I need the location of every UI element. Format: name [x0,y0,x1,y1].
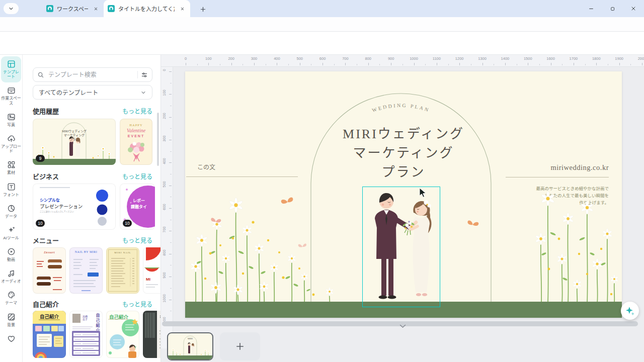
flowers-left[interactable] [188,192,354,303]
template-icon [7,60,16,68]
sidebar-item-template[interactable]: テンプレート [1,56,21,82]
sidebar-item-data[interactable]: データ [0,201,22,222]
panel-scrollbar[interactable] [157,113,159,166]
template-thumb-wedding[interactable]: MIRIウェディング マーケティング プラン 9 [33,119,116,165]
valentine-line2: Valentine [120,128,152,133]
sidebar-item-photos[interactable]: 写真 [0,109,22,131]
tab-close-button[interactable] [178,5,186,13]
deco-line [40,187,70,188]
report-line1: レポー [133,198,145,203]
selection-box[interactable] [362,187,440,307]
close-icon [630,6,636,12]
ruler-tick-minor [220,64,220,65]
ruler-label: 0 [180,56,192,61]
plus-icon [235,342,245,351]
ruler-tick [482,63,483,65]
filter-icon[interactable] [141,71,148,78]
ruler-tick-minor [243,64,243,65]
template-thumb-intro3[interactable]: 自己紹介 [106,311,139,358]
butterfly-icon[interactable] [466,218,480,229]
window-close-button[interactable] [623,0,644,17]
template-thumb-valentine[interactable]: HAPPY Valentine EVENT [120,119,152,165]
ruler-tick-minor [266,64,266,65]
ruler-tick-minor [494,64,494,65]
sidebar-item-label: オーディオ [1,279,21,284]
design-title[interactable]: MIRIウェディング マーケティング プラン [185,125,622,182]
page-thumbnail-1[interactable]: MIRI [167,332,213,360]
tab-close-button[interactable] [92,5,100,13]
add-page-button[interactable] [220,332,260,360]
template-category-dropdown[interactable]: すべてのテンプレート [33,85,152,100]
sidebar-item-font[interactable]: フォント [0,179,22,201]
design-page[interactable]: WEDDING PLAN MIRIウェディング マーケティング プラン この文 … [185,71,622,318]
arch-label[interactable]: WEDDING PLAN [371,103,431,113]
template-panel: すべてのテンプレート 使用履歴 もっと見る MIRIウェディング マーケティング… [23,55,161,362]
see-more-link[interactable]: もっと見る [122,172,152,180]
butterfly-icon[interactable] [280,195,295,207]
browser-tab-design[interactable]: タイトルを入力してください。 [104,0,190,17]
template-thumb-intro1[interactable]: 自己紹介 [33,311,66,358]
ruler-label: 700 [162,224,167,236]
ruler-label: 300 [248,56,260,61]
see-more-link[interactable]: もっと見る [122,236,152,244]
upload-cloud-icon [7,134,16,143]
mouse-cursor [419,188,427,198]
sidebar-item-video[interactable]: 動画 [0,244,22,265]
search-input[interactable] [47,71,134,79]
search-icon [37,71,44,78]
template-thumb-report[interactable]: レポー 課題タイ 10 [120,184,155,230]
sidebar-item-upload[interactable]: アップロード [0,131,22,157]
ruler-tick-minor [170,128,172,129]
ruler-label: 500 [294,56,306,61]
ruler-label: 1000 [162,292,167,304]
template-thumb-intro4[interactable]: 自 [143,311,161,358]
sidebar-item-audio[interactable]: オーディオ [0,265,22,287]
browser-tab-workspace[interactable]: ワークスペース - MiriCanvas[ミリキャ [42,0,104,17]
see-more-link[interactable]: もっと見る [122,300,152,308]
ruler-label: 500 [162,178,167,190]
vertical-ruler: 010020030040050060070080090010001100 [161,67,173,348]
page-count-badge: 9 [36,155,45,162]
ai-assistant-button[interactable] [621,302,639,320]
website-text[interactable]: miriwedding.co.kr [458,163,609,172]
canvas-area: 0100200300400500600700800900100011001200… [161,55,644,362]
template-thumb-intro2[interactable]: 高橋花子 自己紹介 [69,311,103,358]
butterfly-icon[interactable] [297,241,308,250]
new-tab-button[interactable] [197,4,208,15]
ruler-label: 1800 [590,56,602,61]
ruler-tick-minor [170,197,172,197]
template-thumb-presentation[interactable]: シンプルな プレゼンテーション ここに副タイトルを入力してください 10 [33,184,116,230]
sidebar-item-label: 素材 [7,170,15,175]
wedding-thumb-art [33,119,116,165]
see-more-link[interactable]: もっと見る [122,107,152,115]
flowers-right[interactable] [531,189,621,303]
window-maximize-button[interactable] [602,0,623,17]
left-sidebar: テンプレート 作業スペース 写真 アップロード 素材 フォント データ AIツー… [0,55,23,362]
valentine-line3: EVENT [120,134,152,138]
intro3-art [106,311,139,358]
collapse-pages-button[interactable] [393,323,412,330]
sidebar-item-workspace[interactable]: 作業スペース [0,82,22,109]
sidebar-item-ai-tools[interactable]: AIツール [0,222,22,244]
sidebar-item-elements[interactable]: 素材 [0,157,22,178]
sidebar-item-theme[interactable]: テーマ [0,287,22,309]
left-caption-text[interactable]: この文 [197,162,215,171]
tab-search-button[interactable] [4,3,19,14]
ruler-tick-minor [170,106,172,106]
window-minimize-button[interactable] [581,0,602,17]
template-thumb-dessert[interactable]: Dessert [33,247,66,294]
ruler-tick [437,63,437,65]
template-thumb-watermelon[interactable]: MI [143,247,161,294]
sidebar-item-background[interactable]: 背景 [0,309,22,331]
sidebar-item-favorites[interactable] [0,331,22,346]
ruler-tick-minor [471,64,471,65]
ruler-tick [574,63,574,65]
section-title: ビジネス [33,171,59,181]
sidebar-item-label: データ [5,214,17,219]
template-thumb-nail[interactable]: NAIL BY MIRI [69,247,103,294]
report-line2: 課題タイ [131,204,147,209]
ruler-label: 1900 [613,56,625,61]
template-thumb-miri-nail[interactable]: MIRI NAIL [106,247,139,294]
butterfly-icon[interactable] [209,215,222,226]
dessert-art [33,255,66,294]
